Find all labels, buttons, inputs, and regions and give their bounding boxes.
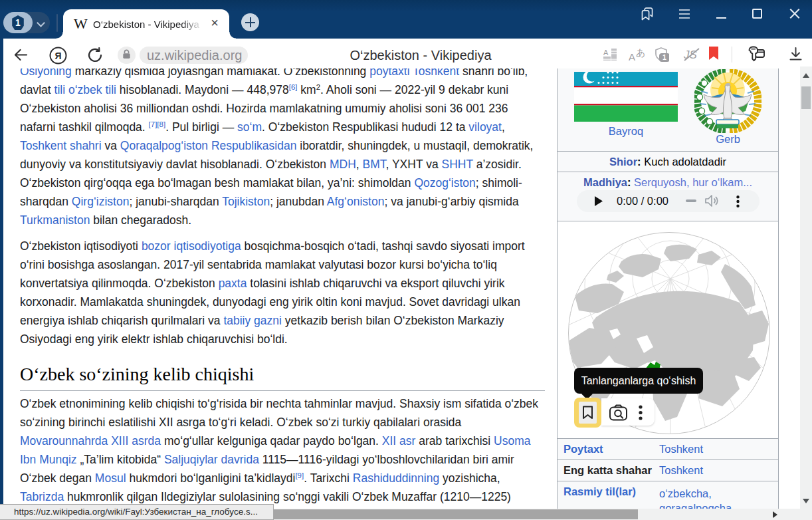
svg-text:1: 1 xyxy=(662,53,666,61)
svg-text:A: A xyxy=(629,51,635,62)
svg-text:A: A xyxy=(603,49,609,57)
svg-text:あ: あ xyxy=(636,47,645,58)
